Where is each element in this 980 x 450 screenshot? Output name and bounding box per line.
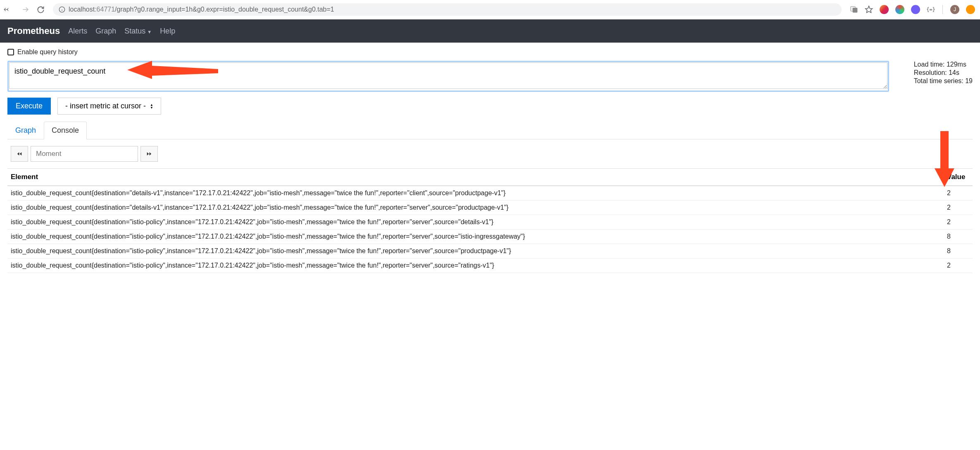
moment-prev-button[interactable] <box>11 146 28 162</box>
stat-series: Total time series: 19 <box>914 77 973 85</box>
cell-value: 2 <box>944 259 973 273</box>
col-value: Value <box>944 169 973 186</box>
fast-forward-icon <box>146 151 152 157</box>
prometheus-navbar: Prometheus Alerts Graph Status▼ Help <box>0 19 980 43</box>
stat-loadtime: Load time: 129ms <box>914 61 973 68</box>
browser-toolbar: localhost:64771/graph?g0.range_input=1h&… <box>0 0 980 19</box>
nav-help[interactable]: Help <box>160 27 175 36</box>
cell-value: 2 <box>944 186 973 201</box>
svg-rect-7 <box>853 8 858 13</box>
table-row: istio_double_request_count{destination="… <box>7 230 973 244</box>
cell-element: istio_double_request_count{destination="… <box>7 259 944 273</box>
chevron-down-icon: ▼ <box>147 29 152 34</box>
reload-button[interactable] <box>35 4 46 15</box>
extension-icon-1[interactable] <box>880 5 889 14</box>
svg-marker-10 <box>17 152 19 156</box>
tab-console[interactable]: Console <box>44 122 87 139</box>
table-row: istio_double_request_count{destination="… <box>7 186 973 201</box>
table-row: istio_double_request_count{destination="… <box>7 201 973 215</box>
brand[interactable]: Prometheus <box>7 26 60 36</box>
col-element: Element <box>7 169 944 186</box>
cell-element: istio_double_request_count{destination="… <box>7 230 944 244</box>
url-text: localhost:64771/graph?g0.range_input=1h&… <box>69 6 334 13</box>
extension-icon-5[interactable] <box>966 5 975 14</box>
table-row: istio_double_request_count{destination="… <box>7 259 973 273</box>
metric-select-label: - insert metric at cursor - <box>65 102 146 110</box>
results-table: Element Value istio_double_request_count… <box>7 168 973 273</box>
forward-button[interactable] <box>20 4 31 15</box>
svg-marker-12 <box>147 152 149 156</box>
svg-marker-13 <box>150 152 152 156</box>
nav-alerts[interactable]: Alerts <box>68 27 87 36</box>
extension-icon-3[interactable] <box>911 5 920 14</box>
cell-element: istio_double_request_count{destination="… <box>7 186 944 201</box>
query-history-label: Enable query history <box>17 48 78 56</box>
moment-input[interactable] <box>31 146 138 162</box>
divider <box>942 5 943 14</box>
cell-element: istio_double_request_count{destination="… <box>7 201 944 215</box>
rewind-icon <box>17 151 22 157</box>
cell-value: 8 <box>944 230 973 244</box>
cell-value: 8 <box>944 244 973 259</box>
extension-icon-2[interactable] <box>895 5 904 14</box>
cell-value: 2 <box>944 201 973 215</box>
nav-status[interactable]: Status▼ <box>124 27 152 36</box>
execute-button[interactable]: Execute <box>7 98 51 115</box>
query-stats: Load time: 129ms Resolution: 14s Total t… <box>914 61 973 86</box>
cell-element: istio_double_request_count{destination="… <box>7 215 944 230</box>
svg-marker-11 <box>20 152 22 156</box>
metric-select[interactable]: - insert metric at cursor - ▲▼ <box>57 98 161 115</box>
info-icon <box>59 6 65 13</box>
checkbox-icon <box>7 49 14 55</box>
star-icon[interactable] <box>865 5 873 14</box>
stat-resolution: Resolution: 14s <box>914 69 973 77</box>
table-row: istio_double_request_count{destination="… <box>7 215 973 230</box>
nav-graph[interactable]: Graph <box>95 27 116 36</box>
svg-marker-8 <box>866 6 873 13</box>
extension-icon-4[interactable]: {=} <box>927 5 935 14</box>
cell-value: 2 <box>944 215 973 230</box>
back-button[interactable] <box>5 4 17 15</box>
result-tabs: Graph Console <box>7 121 973 139</box>
address-bar[interactable]: localhost:64771/graph?g0.range_input=1h&… <box>53 3 842 16</box>
query-history-toggle[interactable]: Enable query history <box>7 48 973 56</box>
tab-graph[interactable]: Graph <box>7 122 44 139</box>
expression-input[interactable] <box>9 62 887 89</box>
moment-next-button[interactable] <box>140 146 158 162</box>
cell-element: istio_double_request_count{destination="… <box>7 244 944 259</box>
profile-avatar[interactable]: J <box>950 5 959 14</box>
translate-icon[interactable] <box>850 5 858 14</box>
select-caret-icon: ▲▼ <box>150 103 153 109</box>
table-row: istio_double_request_count{destination="… <box>7 244 973 259</box>
